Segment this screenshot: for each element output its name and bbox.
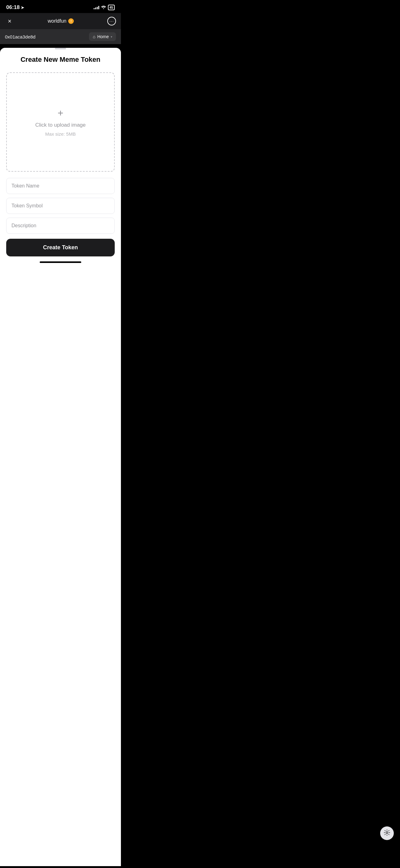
more-button[interactable]: ··· — [107, 17, 116, 26]
status-time: 06:18 ➤ — [6, 4, 24, 10]
status-bar: 06:18 ➤ 45 — [0, 0, 121, 13]
image-upload-area[interactable]: + Click to upload image Max size: 5MB — [6, 72, 115, 172]
upload-primary-text: Click to upload image — [35, 122, 86, 128]
drag-handle[interactable] — [55, 48, 66, 49]
form-fields — [0, 178, 121, 234]
url-display: worldfun ! — [18, 18, 104, 24]
browser-nav-bar: × worldfun ! ··· — [0, 13, 121, 29]
home-icon: ⌂ — [93, 34, 95, 39]
token-symbol-input[interactable] — [6, 198, 115, 214]
wifi-icon — [101, 5, 106, 10]
time-display: 06:18 — [6, 4, 20, 10]
status-indicators: 45 — [94, 5, 115, 10]
signal-icon — [94, 6, 99, 9]
create-token-button[interactable]: Create Token — [6, 239, 115, 256]
upload-plus-icon: + — [58, 107, 64, 119]
location-arrow-icon: ➤ — [21, 5, 24, 10]
create-button-wrapper: Create Token — [0, 234, 121, 256]
description-input[interactable] — [6, 218, 115, 234]
home-indicator — [40, 261, 81, 263]
modal-sheet: Create New Meme Token + Click to upload … — [0, 48, 121, 866]
wallet-address: 0x01aca3de8d — [5, 34, 86, 39]
address-bar: 0x01aca3de8d ⌂ Home ▾ — [0, 29, 121, 44]
home-tab-label: Home — [97, 34, 109, 39]
sheet-title: Create New Meme Token — [0, 56, 121, 64]
site-title: worldfun — [48, 18, 66, 24]
chevron-down-icon: ▾ — [111, 35, 112, 38]
home-tab[interactable]: ⌂ Home ▾ — [89, 32, 116, 41]
close-button[interactable]: × — [5, 18, 14, 25]
battery-icon: 45 — [108, 5, 115, 10]
upload-secondary-text: Max size: 5MB — [45, 131, 76, 136]
token-name-input[interactable] — [6, 178, 115, 194]
warning-icon: ! — [68, 18, 74, 24]
